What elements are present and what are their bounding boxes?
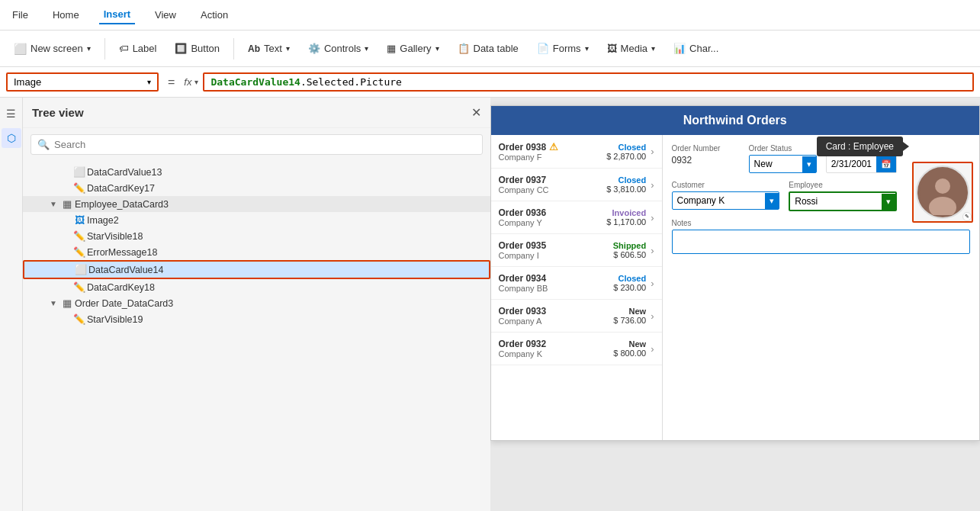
chevron-right-icon: › [651,146,654,157]
gallery-button[interactable]: ▦ Gallery ▾ [379,39,446,58]
formula-name-box[interactable]: Image ▾ [6,72,159,92]
fx-dropdown-icon[interactable]: ▾ [194,78,198,86]
gallery-icon: ▦ [387,43,396,54]
customer-value: Company K [673,192,766,209]
order-item-0937[interactable]: Order 0937 Company CC Closed $ 3,810.00 … [491,169,662,201]
search-icon: 🔍 [37,139,50,150]
tree-label: Employee_DataCard3 [75,199,484,210]
chevron-right-icon: › [651,179,654,191]
order-amount: $ 230.00 [613,283,646,292]
sidebar-icon-strip: ☰ ⬡ [0,98,23,511]
order-status: Invoiced [606,208,646,217]
button-button[interactable]: 🔲 Button [167,39,227,58]
hamburger-icon[interactable]: ☰ [2,104,21,124]
controls-icon: ⚙️ [308,43,320,54]
sidebar-title: Tree view [32,106,84,119]
paid-date-input[interactable]: 2/31/2001 📅 [826,155,897,173]
tree-item-datacardvalue14[interactable]: ⬜ DataCardValue14 [23,260,490,279]
tree-label: DataCardValue14 [88,265,483,275]
close-button[interactable]: ✕ [471,105,481,120]
tree-item-datacardkey17[interactable]: ✏️ DataCardKey17 [23,180,490,196]
order-company: Company A [499,317,609,326]
employee-field: Employee Rossi ▾ [789,181,897,211]
controls-button[interactable]: ⚙️ Controls ▾ [300,39,376,58]
fx-label: fx [184,76,191,88]
tree-item-datacardkey18[interactable]: ✏️ DataCardKey18 [23,279,490,295]
controls-chevron-icon: ▾ [365,44,368,53]
datatable-button[interactable]: 📋 Data table [450,39,526,58]
notes-input[interactable] [672,230,971,254]
pencil-icon: ✏️ [72,230,87,242]
menu-view[interactable]: View [150,6,181,24]
status-dropdown-icon[interactable]: ▾ [802,156,816,172]
employee-image-area[interactable]: ✎ [912,162,973,223]
tree-item-employee-datacard3[interactable]: ▼ ▦ Employee_DataCard3 [23,196,490,212]
charts-icon: 📊 [673,43,686,54]
charts-button[interactable]: 📊 Char... [666,39,726,58]
order-item-0932[interactable]: Order 0932 Company K New $ 800.00 › [491,333,662,365]
menu-bar: File Home Insert View Action [0,0,980,31]
order-number-field: Order Number 0932 [672,144,740,173]
order-company: Company Y [499,218,602,227]
employee-select[interactable]: Rossi ▾ [789,191,897,211]
order-item-0934[interactable]: Order 0934 Company BB Closed $ 230.00 › [491,267,662,300]
order-status: Closed [606,175,646,185]
formula-input[interactable]: DataCardValue14.Selected.Picture [203,72,974,92]
tree-label: DataCardKey17 [87,183,484,194]
tree-view: ⬜ DataCardValue13 ✏️ DataCardKey17 ▼ ▦ E… [23,161,490,511]
image-icon: 🖼 [72,214,87,226]
tooltip-text: Card : Employee [826,141,894,152]
label-icon: 🏷 [119,43,129,54]
customer-select[interactable]: Company K ▾ [672,191,780,210]
datatable-icon: 📋 [458,43,470,54]
calendar-icon[interactable]: 📅 [876,156,896,172]
button-icon: 🔲 [175,43,187,54]
menu-insert[interactable]: Insert [99,5,135,24]
pencil-icon: ✏️ [72,246,87,258]
formula-equals: = [163,76,179,89]
tree-item-orderdate-datacard3[interactable]: ▼ ▦ Order Date_DataCard3 [23,295,490,311]
orders-list: Order 0938 ⚠ Company F Closed $ 2,870.00… [491,135,663,440]
tree-item-datacardvalue13[interactable]: ⬜ DataCardValue13 [23,164,490,180]
chevron-right-icon: › [651,245,654,256]
tree-item-starvisible18[interactable]: ✏️ StarVisible18 [23,228,490,244]
order-item-0935[interactable]: Order 0935 Company I Shipped $ 606.50 › [491,234,662,267]
search-input[interactable] [54,139,476,150]
tree-label: DataCardKey18 [87,282,484,293]
menu-action[interactable]: Action [196,6,233,24]
order-number: Order 0938 ⚠ [499,141,602,153]
forms-button[interactable]: 📄 Forms ▾ [529,39,596,58]
order-company: Company BB [499,284,609,293]
label-button[interactable]: 🏷 Label [111,39,165,58]
tree-item-starvisible19[interactable]: ✏️ StarVisible19 [23,311,490,327]
canvas-area: Northwind Orders Order 0938 ⚠ Company F … [490,98,981,511]
new-screen-button[interactable]: ⬜ New screen ▾ [6,39,98,59]
layers-icon[interactable]: ⬡ [2,128,21,148]
order-status-select[interactable]: New ▾ [749,155,817,173]
forms-chevron-icon: ▾ [585,44,589,53]
search-box[interactable]: 🔍 [31,134,483,155]
sidebar-header: Tree view ✕ [23,98,490,128]
app-title: Northwind Orders [683,114,787,127]
new-screen-icon: ⬜ [14,43,27,55]
order-company: Company F [499,153,602,162]
tree-item-image2[interactable]: 🖼 Image2 [23,212,490,228]
menu-file[interactable]: File [8,6,33,24]
tree-item-errormessage18[interactable]: ✏️ ErrorMessage18 [23,244,490,260]
order-amount: $ 2,870.00 [606,152,646,161]
media-icon: 🖼 [607,43,617,54]
employee-dropdown-icon[interactable]: ▾ [882,194,895,210]
field-icon: ⬜ [73,264,88,275]
order-status: Shipped [613,241,646,250]
media-button[interactable]: 🖼 Media ▾ [599,39,663,58]
text-button[interactable]: Ab Text ▾ [240,39,297,58]
order-company: Company K [499,349,609,358]
formula-bar: Image ▾ = fx ▾ DataCardValue14.Selected.… [0,67,980,98]
app-header: Northwind Orders [491,106,980,135]
order-item-0933[interactable]: Order 0933 Company A New $ 736.00 › [491,300,662,333]
order-item-0938[interactable]: Order 0938 ⚠ Company F Closed $ 2,870.00… [491,135,662,169]
order-item-0936[interactable]: Order 0936 Company Y Invoiced $ 1,170.00… [491,201,662,234]
customer-dropdown-icon[interactable]: ▾ [765,193,779,209]
menu-home[interactable]: Home [48,6,84,24]
order-number: Order 0936 [499,207,602,218]
